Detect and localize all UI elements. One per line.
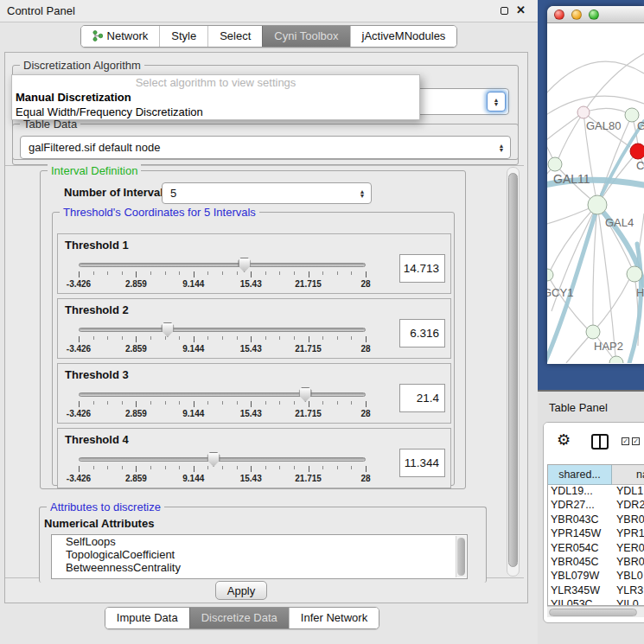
threshold-slider[interactable]: -3.4262.8599.14415.4321.71528	[79, 451, 366, 486]
slider-thumb[interactable]	[238, 258, 251, 272]
threshold-slider[interactable]: -3.4262.8599.14415.4321.71528	[79, 322, 366, 356]
algorithm-option[interactable]: Manual Discretization	[12, 90, 419, 105]
cell-shared-name[interactable]: YDR27...	[548, 499, 612, 513]
table-data-combobox[interactable]: galFiltered.sif default node ▲▼	[20, 136, 511, 159]
algorithm-option[interactable]: Equal Width/Frequency Discretization	[12, 105, 419, 119]
cell-name[interactable]: YPR1	[612, 527, 644, 541]
network-canvas[interactable]: GAL80GCGAL11GAL4GCY1HHAP2	[547, 23, 644, 364]
stepper-arrows-icon[interactable]: ▲▼	[354, 189, 371, 198]
tab-discretize-data[interactable]: Discretize Data	[189, 608, 289, 628]
threshold-value-field[interactable]	[399, 254, 445, 283]
list-scrollbar[interactable]	[456, 536, 466, 577]
network-node[interactable]	[586, 325, 600, 339]
cell-name[interactable]: YIL0	[612, 598, 644, 605]
column-header-name[interactable]: na	[612, 465, 644, 485]
minimize-traffic-light-icon[interactable]	[571, 10, 582, 20]
threshold-slider[interactable]: -3.4262.8599.14415.4321.71528	[79, 257, 366, 291]
close-traffic-light-icon[interactable]	[554, 10, 564, 20]
float-window-icon[interactable]	[501, 7, 508, 15]
checkbox-icon[interactable]: ✓	[632, 437, 640, 445]
threshold-value-field[interactable]	[399, 384, 445, 412]
tab-impute-data[interactable]: Impute Data	[105, 608, 189, 628]
table-row[interactable]: YIL053CYIL0	[548, 598, 644, 605]
network-node[interactable]	[588, 195, 607, 214]
cell-shared-name[interactable]: YBR045C	[548, 556, 612, 570]
network-node[interactable]	[609, 356, 623, 363]
attribute-list-item[interactable]: TopologicalCoefficient	[52, 548, 467, 561]
threshold-slider[interactable]: -3.4262.8599.14415.4321.71528	[79, 386, 366, 421]
attribute-list-item[interactable]: BetweennessCentrality	[52, 561, 467, 574]
slider-track[interactable]	[79, 263, 366, 267]
cell-shared-name[interactable]: YIL053C	[548, 598, 612, 605]
gear-icon[interactable]: ⚙	[557, 430, 571, 450]
slider-track[interactable]	[79, 457, 366, 462]
table-row[interactable]: YDL19...YDL1	[548, 485, 644, 499]
table-row[interactable]: YBR043CYBR0	[548, 513, 644, 527]
tab-select[interactable]: Select	[207, 26, 262, 47]
table-row[interactable]: YPR145WYPR1	[548, 527, 644, 541]
checkbox-icon[interactable]: ✓	[622, 437, 629, 445]
scrollbar-thumb[interactable]	[457, 538, 465, 576]
table-row[interactable]: YBR045CYBR0	[548, 556, 644, 570]
slider-thumb[interactable]	[207, 452, 220, 467]
network-graph[interactable]: GAL80GCGAL11GAL4GCY1HHAP2	[547, 23, 644, 363]
tab-network[interactable]: Network	[81, 26, 160, 47]
split-view-icon[interactable]	[591, 434, 609, 450]
cell-name[interactable]: YDL1	[612, 485, 644, 499]
network-node[interactable]	[548, 157, 562, 171]
slider-thumb[interactable]	[161, 322, 174, 337]
network-edge[interactable]	[547, 112, 583, 147]
network-edge[interactable]	[547, 61, 644, 104]
cell-shared-name[interactable]: YBL079W	[548, 570, 612, 583]
cell-name[interactable]: YBR0	[612, 513, 644, 527]
slider-track[interactable]	[79, 392, 366, 397]
minor-tick	[222, 271, 223, 275]
cell-name[interactable]: YDR2	[612, 499, 644, 513]
dropdown-arrows-icon[interactable]: ▲▼	[487, 92, 506, 112]
zoom-traffic-light-icon[interactable]	[589, 10, 599, 20]
cell-shared-name[interactable]: YER054C	[548, 542, 612, 556]
tab-cyni-toolbox[interactable]: Cyni Toolbox	[262, 26, 349, 47]
cell-name[interactable]: YBL0	[612, 570, 644, 583]
tab-style[interactable]: Style	[159, 26, 207, 47]
vertical-scrollbar[interactable]	[507, 167, 520, 577]
number-of-intervals-combobox[interactable]: 5 ▲▼	[162, 182, 372, 204]
tab-jactivemnodules[interactable]: jActiveMNodules	[350, 26, 457, 47]
numerical-attributes-list[interactable]: SelfLoopsTopologicalCoefficientBetweenne…	[51, 534, 468, 579]
cell-shared-name[interactable]: YLR345W	[548, 584, 612, 598]
table-row[interactable]: YER054CYER0	[548, 542, 644, 556]
table-row[interactable]: YBL079WYBL0	[548, 570, 644, 583]
scrollbar-thumb[interactable]	[508, 173, 518, 567]
cell-name[interactable]: YER0	[612, 542, 644, 556]
threshold-value-field[interactable]	[399, 319, 445, 348]
network-edge[interactable]	[590, 108, 626, 112]
major-tick	[79, 401, 80, 407]
column-header-shared-name[interactable]: shared...	[548, 465, 612, 485]
slider-track[interactable]	[79, 328, 366, 332]
table-row[interactable]: YLR345WYLR3	[548, 584, 644, 598]
cell-name[interactable]: YBR0	[612, 556, 644, 570]
cell-name[interactable]: YLR3	[612, 584, 644, 598]
table-row[interactable]: YDR27...YDR2	[548, 499, 644, 513]
scrollbar-thumb[interactable]	[549, 609, 637, 616]
cell-shared-name[interactable]: YBR043C	[548, 513, 612, 527]
slider-thumb[interactable]	[299, 387, 312, 402]
table-data-group: Table Data galFiltered.sif default node …	[12, 124, 519, 165]
stepper-arrows-icon[interactable]: ▲▼	[493, 143, 510, 152]
attribute-list-item[interactable]: SelfLoops	[52, 535, 467, 548]
cell-shared-name[interactable]: YPR145W	[548, 527, 612, 541]
close-icon[interactable]: ✕	[516, 3, 526, 16]
apply-button[interactable]: Apply	[215, 581, 267, 600]
minor-tick	[93, 271, 94, 275]
network-edge[interactable]	[557, 112, 583, 163]
network-window-titlebar[interactable]	[547, 6, 644, 23]
network-node[interactable]	[547, 269, 553, 281]
tab-infer-network[interactable]: Infer Network	[289, 608, 379, 628]
threshold-value-field[interactable]	[399, 449, 445, 477]
horizontal-scrollbar[interactable]	[547, 606, 644, 617]
network-node[interactable]	[577, 106, 590, 118]
cell-shared-name[interactable]: YDL19...	[548, 485, 612, 499]
network-node[interactable]	[627, 266, 642, 282]
network-edge[interactable]	[593, 279, 629, 332]
network-node[interactable]	[630, 143, 644, 159]
